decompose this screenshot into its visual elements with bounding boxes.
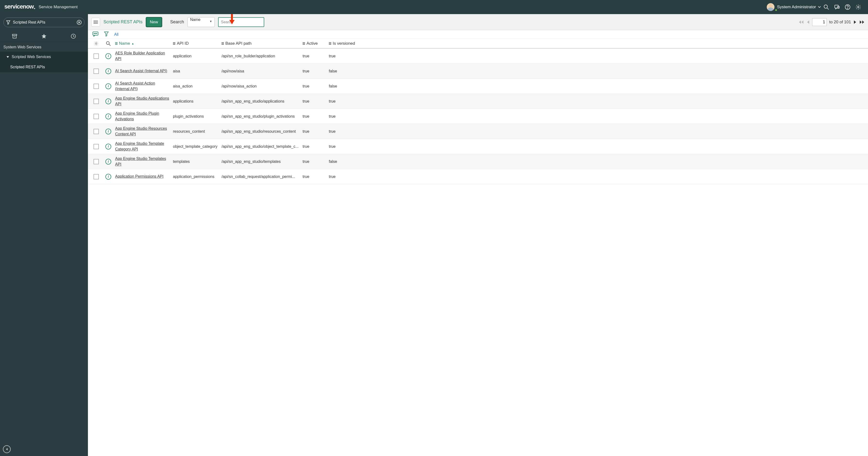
svg-point-20 — [95, 43, 97, 44]
page-number-input[interactable] — [812, 18, 827, 26]
column-header-base-path[interactable]: Base API path — [221, 41, 303, 46]
clear-filter-icon[interactable] — [76, 20, 82, 25]
table-row: iApp Engine Studio Templates APItemplate… — [88, 154, 868, 169]
nav-filter-input[interactable]: Scripted Rest APIs — [3, 18, 85, 27]
row-base-path: /api/sn_app_eng_studio/templates — [221, 160, 303, 164]
row-name-link[interactable]: AES Role Builder Application API — [115, 51, 169, 61]
row-name-link[interactable]: AI Search Assist Action (Internal API) — [115, 81, 169, 92]
row-name-link[interactable]: App Engine Studio Plugin Activations — [115, 111, 169, 122]
column-header-active[interactable]: Active — [303, 41, 329, 46]
table-row: iApp Engine Studio Plugin Activationsplu… — [88, 109, 868, 124]
gear-icon[interactable] — [853, 2, 864, 12]
row-versioned: true — [329, 144, 357, 149]
column-header-api-id[interactable]: API ID — [173, 41, 221, 46]
nav-tab-history[interactable] — [59, 31, 88, 42]
table-body: iAES Role Builder Application APIapplica… — [88, 49, 868, 456]
row-info-icon[interactable]: i — [101, 174, 115, 180]
row-checkbox[interactable] — [93, 114, 99, 119]
list-menu-button[interactable] — [91, 18, 100, 27]
row-active: true — [303, 84, 329, 88]
column-menu-icon[interactable] — [303, 42, 305, 45]
nav-tab-favorites[interactable] — [29, 31, 59, 42]
column-header-name[interactable]: Name ▲ — [115, 41, 173, 46]
pager-first[interactable] — [799, 20, 804, 24]
row-info-icon[interactable]: i — [101, 129, 115, 135]
row-versioned: false — [329, 160, 357, 164]
chevron-down-icon — [818, 6, 821, 8]
pager-last[interactable] — [859, 20, 865, 24]
table-header: Name ▲ API ID Base API path Active Is ve… — [88, 39, 868, 49]
row-checkbox[interactable] — [93, 159, 99, 164]
app-title: Service Management — [39, 5, 78, 9]
row-checkbox[interactable] — [93, 99, 99, 104]
column-search-icon[interactable] — [101, 41, 115, 46]
row-base-path: /api/sn_app_eng_studio/resources_content — [221, 129, 303, 134]
row-name-link[interactable]: App Engine Studio Template Category API — [115, 141, 169, 152]
row-checkbox[interactable] — [93, 68, 99, 74]
breadcrumb-all[interactable]: All — [114, 32, 119, 37]
column-menu-icon[interactable] — [173, 42, 175, 45]
filter-funnel-icon[interactable] — [104, 31, 109, 38]
row-name-link[interactable]: App Engine Studio Applications API — [115, 96, 169, 107]
nav-group-system-web-services[interactable]: System Web Services — [0, 42, 88, 52]
row-api-id: resources_content — [173, 129, 221, 134]
svg-point-21 — [106, 41, 109, 45]
row-name-link[interactable]: App Engine Studio Resources Content API — [115, 126, 169, 137]
star-icon — [41, 33, 46, 39]
search-input[interactable] — [218, 17, 264, 27]
row-active: true — [303, 114, 329, 119]
collapse-nav-icon[interactable] — [3, 445, 11, 453]
row-info-icon[interactable]: i — [101, 68, 115, 74]
row-versioned: true — [329, 174, 357, 179]
row-base-path: /api/now/aisa_action — [221, 84, 303, 88]
svg-line-22 — [109, 44, 111, 46]
pager: to 20 of 101 — [799, 18, 865, 26]
help-icon[interactable] — [842, 2, 853, 12]
pager-prev[interactable] — [806, 20, 810, 24]
row-info-icon[interactable]: i — [101, 159, 115, 165]
row-info-icon[interactable]: i — [101, 144, 115, 149]
svg-point-0 — [824, 5, 828, 8]
row-checkbox[interactable] — [93, 144, 99, 149]
search-field-select[interactable]: Name — [187, 17, 215, 27]
row-checkbox[interactable] — [93, 54, 99, 59]
row-base-path: /api/sn_app_eng_studio/object_template_c… — [221, 144, 303, 149]
row-name-link[interactable]: AI Search Assist (Internal API) — [115, 68, 169, 74]
new-button[interactable]: New — [146, 17, 162, 27]
chat-icon[interactable] — [832, 2, 842, 12]
table-row: iApp Engine Studio Applications APIappli… — [88, 94, 868, 109]
row-info-icon[interactable]: i — [101, 53, 115, 59]
row-versioned: false — [329, 69, 357, 74]
row-api-id: aisa — [173, 69, 221, 74]
row-active: true — [303, 69, 329, 74]
row-info-icon[interactable]: i — [101, 83, 115, 89]
pager-next[interactable] — [854, 20, 857, 24]
row-active: true — [303, 174, 329, 179]
row-base-path: /api/sn_collab_request/application_permi… — [221, 174, 303, 179]
avatar[interactable] — [767, 3, 777, 11]
row-checkbox[interactable] — [93, 174, 99, 179]
personalize-columns-icon[interactable] — [91, 41, 101, 46]
row-name-link[interactable]: App Engine Studio Templates API — [115, 156, 169, 167]
activity-stream-icon[interactable] — [92, 31, 99, 38]
clock-icon — [71, 33, 76, 39]
column-menu-icon[interactable] — [329, 42, 331, 45]
row-info-icon[interactable]: i — [101, 114, 115, 119]
nav-sub-scripted-rest-apis[interactable]: Scripted REST APIs — [0, 62, 88, 72]
nav-item-scripted-web-services[interactable]: Scripted Web Services — [0, 52, 88, 62]
nav-tab-all[interactable] — [0, 31, 29, 42]
row-info-icon[interactable]: i — [101, 98, 115, 104]
column-menu-icon[interactable] — [115, 42, 118, 45]
row-active: true — [303, 160, 329, 164]
global-search-icon[interactable] — [821, 2, 832, 12]
row-checkbox[interactable] — [93, 84, 99, 89]
column-header-versioned[interactable]: Is versioned — [329, 41, 357, 46]
archive-icon — [12, 34, 17, 39]
column-menu-icon[interactable] — [221, 42, 224, 45]
list-title[interactable]: Scripted REST APIs — [103, 20, 143, 25]
user-menu[interactable]: System Administrator — [777, 5, 821, 9]
row-base-path: /api/sn_role_builder/application — [221, 54, 303, 58]
svg-line-1 — [827, 8, 829, 9]
row-name-link[interactable]: Application Permissions API — [115, 174, 169, 179]
row-checkbox[interactable] — [93, 129, 99, 134]
